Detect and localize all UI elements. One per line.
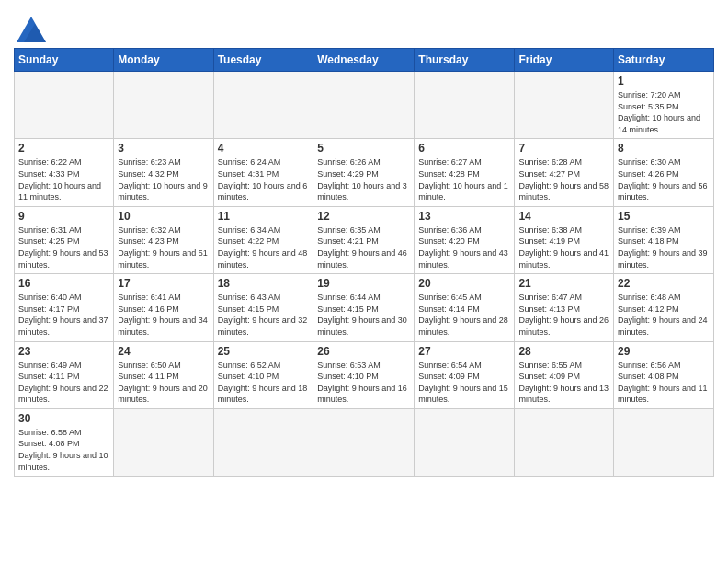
calendar-table: SundayMondayTuesdayWednesdayThursdayFrid… <box>14 48 714 477</box>
day-info: Sunrise: 6:41 AMSunset: 4:16 PMDaylight:… <box>118 292 209 338</box>
day-info: Sunrise: 6:35 AMSunset: 4:21 PMDaylight:… <box>317 224 410 270</box>
day-info: Sunrise: 6:23 AMSunset: 4:32 PMDaylight:… <box>118 156 209 202</box>
logo <box>14 17 46 42</box>
day-info: Sunrise: 6:27 AMSunset: 4:28 PMDaylight:… <box>418 156 510 202</box>
day-info: Sunrise: 6:43 AMSunset: 4:15 PMDaylight:… <box>218 292 310 338</box>
day-number: 15 <box>618 210 710 223</box>
day-number: 28 <box>518 345 609 358</box>
calendar-week-row: 2Sunrise: 6:22 AMSunset: 4:33 PMDaylight… <box>15 139 714 206</box>
day-number: 27 <box>418 345 510 358</box>
day-number: 8 <box>618 142 710 155</box>
day-number: 22 <box>618 277 710 290</box>
calendar-header-row: SundayMondayTuesdayWednesdayThursdayFrid… <box>15 49 714 72</box>
calendar-cell: 9Sunrise: 6:31 AMSunset: 4:25 PMDaylight… <box>15 206 114 273</box>
day-number: 23 <box>18 345 109 358</box>
day-info: Sunrise: 6:24 AMSunset: 4:31 PMDaylight:… <box>218 156 310 202</box>
calendar-cell: 5Sunrise: 6:26 AMSunset: 4:29 PMDaylight… <box>313 139 415 206</box>
day-number: 7 <box>518 142 609 155</box>
calendar-cell: 3Sunrise: 6:23 AMSunset: 4:32 PMDaylight… <box>114 139 213 206</box>
calendar-week-row: 16Sunrise: 6:40 AMSunset: 4:17 PMDayligh… <box>15 274 714 341</box>
weekday-header-thursday: Thursday <box>415 49 515 72</box>
day-info: Sunrise: 6:58 AMSunset: 4:08 PMDaylight:… <box>18 427 109 473</box>
day-info: Sunrise: 6:28 AMSunset: 4:27 PMDaylight:… <box>518 156 609 202</box>
calendar-cell: 2Sunrise: 6:22 AMSunset: 4:33 PMDaylight… <box>15 139 114 206</box>
calendar-week-row: 23Sunrise: 6:49 AMSunset: 4:11 PMDayligh… <box>15 341 714 408</box>
calendar-cell <box>213 408 313 476</box>
calendar-week-row: 9Sunrise: 6:31 AMSunset: 4:25 PMDaylight… <box>15 206 714 273</box>
calendar-cell <box>313 408 415 476</box>
day-info: Sunrise: 6:49 AMSunset: 4:11 PMDaylight:… <box>18 360 109 406</box>
day-number: 24 <box>118 345 209 358</box>
day-info: Sunrise: 6:26 AMSunset: 4:29 PMDaylight:… <box>317 156 410 202</box>
calendar-cell: 23Sunrise: 6:49 AMSunset: 4:11 PMDayligh… <box>15 341 114 408</box>
day-number: 21 <box>518 277 609 290</box>
weekday-header-saturday: Saturday <box>614 49 714 72</box>
calendar-cell: 24Sunrise: 6:50 AMSunset: 4:11 PMDayligh… <box>114 341 213 408</box>
calendar-cell: 26Sunrise: 6:53 AMSunset: 4:10 PMDayligh… <box>313 341 415 408</box>
day-number: 12 <box>317 210 410 223</box>
calendar-cell: 16Sunrise: 6:40 AMSunset: 4:17 PMDayligh… <box>15 274 114 341</box>
weekday-header-wednesday: Wednesday <box>313 49 415 72</box>
day-info: Sunrise: 6:36 AMSunset: 4:20 PMDaylight:… <box>418 224 510 270</box>
day-number: 6 <box>418 142 510 155</box>
day-number: 3 <box>118 142 209 155</box>
calendar-cell: 1Sunrise: 7:20 AMSunset: 5:35 PMDaylight… <box>614 72 714 139</box>
calendar-cell: 14Sunrise: 6:38 AMSunset: 4:19 PMDayligh… <box>515 206 614 273</box>
day-number: 4 <box>218 142 310 155</box>
calendar-cell: 12Sunrise: 6:35 AMSunset: 4:21 PMDayligh… <box>313 206 415 273</box>
calendar-cell: 19Sunrise: 6:44 AMSunset: 4:15 PMDayligh… <box>313 274 415 341</box>
day-number: 25 <box>218 345 310 358</box>
calendar-cell <box>415 72 515 139</box>
day-info: Sunrise: 6:47 AMSunset: 4:13 PMDaylight:… <box>518 292 609 338</box>
day-info: Sunrise: 6:31 AMSunset: 4:25 PMDaylight:… <box>18 224 109 270</box>
day-info: Sunrise: 6:48 AMSunset: 4:12 PMDaylight:… <box>618 292 710 338</box>
calendar-cell <box>114 408 213 476</box>
weekday-header-monday: Monday <box>114 49 213 72</box>
day-info: Sunrise: 6:45 AMSunset: 4:14 PMDaylight:… <box>418 292 510 338</box>
calendar-cell <box>213 72 313 139</box>
day-info: Sunrise: 7:20 AMSunset: 5:35 PMDaylight:… <box>618 89 710 135</box>
calendar-cell: 15Sunrise: 6:39 AMSunset: 4:18 PMDayligh… <box>614 206 714 273</box>
day-number: 14 <box>518 210 609 223</box>
calendar-cell: 10Sunrise: 6:32 AMSunset: 4:23 PMDayligh… <box>114 206 213 273</box>
weekday-header-friday: Friday <box>515 49 614 72</box>
calendar-cell: 29Sunrise: 6:56 AMSunset: 4:08 PMDayligh… <box>614 341 714 408</box>
day-number: 1 <box>618 75 710 87</box>
weekday-header-tuesday: Tuesday <box>213 49 313 72</box>
day-info: Sunrise: 6:30 AMSunset: 4:26 PMDaylight:… <box>618 156 710 202</box>
calendar-cell: 6Sunrise: 6:27 AMSunset: 4:28 PMDaylight… <box>415 139 515 206</box>
day-info: Sunrise: 6:32 AMSunset: 4:23 PMDaylight:… <box>118 224 209 270</box>
calendar-cell: 27Sunrise: 6:54 AMSunset: 4:09 PMDayligh… <box>415 341 515 408</box>
day-info: Sunrise: 6:34 AMSunset: 4:22 PMDaylight:… <box>218 224 310 270</box>
calendar-cell: 30Sunrise: 6:58 AMSunset: 4:08 PMDayligh… <box>15 408 114 476</box>
day-info: Sunrise: 6:38 AMSunset: 4:19 PMDaylight:… <box>518 224 609 270</box>
day-number: 9 <box>18 210 109 223</box>
day-info: Sunrise: 6:44 AMSunset: 4:15 PMDaylight:… <box>317 292 410 338</box>
calendar-cell: 22Sunrise: 6:48 AMSunset: 4:12 PMDayligh… <box>614 274 714 341</box>
generalblue-icon <box>17 17 46 42</box>
day-info: Sunrise: 6:54 AMSunset: 4:09 PMDaylight:… <box>418 360 510 406</box>
day-info: Sunrise: 6:53 AMSunset: 4:10 PMDaylight:… <box>317 360 410 406</box>
day-number: 18 <box>218 277 310 290</box>
day-number: 11 <box>218 210 310 223</box>
calendar-cell: 8Sunrise: 6:30 AMSunset: 4:26 PMDaylight… <box>614 139 714 206</box>
calendar-cell: 11Sunrise: 6:34 AMSunset: 4:22 PMDayligh… <box>213 206 313 273</box>
calendar-cell <box>114 72 213 139</box>
calendar-cell: 20Sunrise: 6:45 AMSunset: 4:14 PMDayligh… <box>415 274 515 341</box>
calendar-cell: 28Sunrise: 6:55 AMSunset: 4:09 PMDayligh… <box>515 341 614 408</box>
day-number: 13 <box>418 210 510 223</box>
day-info: Sunrise: 6:56 AMSunset: 4:08 PMDaylight:… <box>618 360 710 406</box>
calendar-cell: 4Sunrise: 6:24 AMSunset: 4:31 PMDaylight… <box>213 139 313 206</box>
day-number: 17 <box>118 277 209 290</box>
day-number: 16 <box>18 277 109 290</box>
calendar-cell: 18Sunrise: 6:43 AMSunset: 4:15 PMDayligh… <box>213 274 313 341</box>
calendar-cell: 13Sunrise: 6:36 AMSunset: 4:20 PMDayligh… <box>415 206 515 273</box>
calendar-cell <box>515 72 614 139</box>
calendar-cell: 25Sunrise: 6:52 AMSunset: 4:10 PMDayligh… <box>213 341 313 408</box>
day-info: Sunrise: 6:22 AMSunset: 4:33 PMDaylight:… <box>18 156 109 202</box>
day-number: 5 <box>317 142 410 155</box>
day-number: 29 <box>618 345 710 358</box>
day-number: 20 <box>418 277 510 290</box>
weekday-header-sunday: Sunday <box>15 49 114 72</box>
calendar-cell: 7Sunrise: 6:28 AMSunset: 4:27 PMDaylight… <box>515 139 614 206</box>
